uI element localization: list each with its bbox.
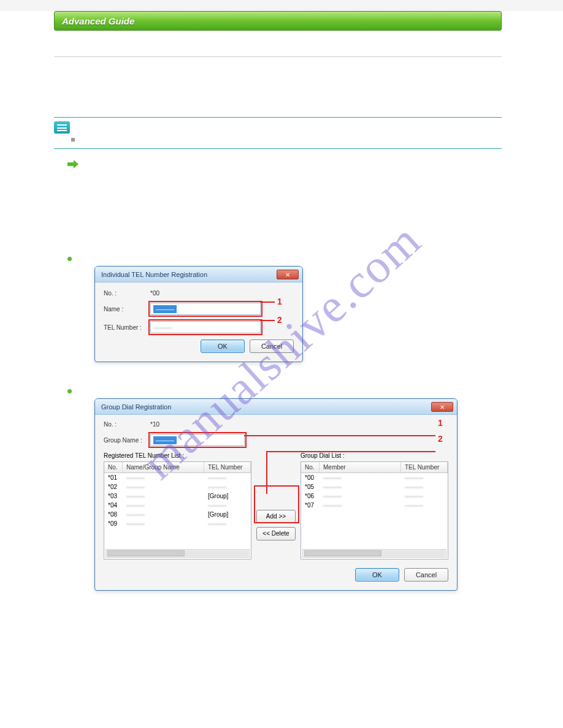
close-icon[interactable]	[277, 270, 299, 279]
cell-tel: ———	[401, 483, 448, 491]
tel-input[interactable]: ———	[150, 321, 261, 333]
cell-name: ———	[123, 510, 204, 518]
group-name-label: Group Name :	[104, 437, 150, 444]
cell-member: ———	[320, 483, 401, 491]
callout-line-1	[244, 435, 435, 436]
dialog-titlebar: Group Dial Registration	[95, 399, 457, 415]
bullet-square	[71, 138, 75, 142]
cell-tel: ———	[401, 492, 448, 500]
registered-list-label: Registered TEL Number List :	[104, 452, 251, 459]
cell-no: *05	[301, 483, 320, 491]
delete-button[interactable]: << Delete	[256, 527, 296, 540]
buttons-outline	[255, 487, 298, 522]
tel-label: TEL Number :	[104, 324, 150, 331]
cancel-button[interactable]: Cancel	[250, 339, 294, 353]
scrollbar[interactable]	[105, 549, 250, 558]
registered-tel-list[interactable]: No. Name/Group Name TEL Number *01——————…	[104, 461, 251, 559]
table-row[interactable]: *04——————	[104, 501, 251, 510]
callout-line-2a	[266, 451, 435, 452]
cell-name: ———	[123, 483, 204, 491]
cell-tel: ———	[204, 483, 251, 491]
dialog-title: Group Dial Registration	[101, 403, 431, 411]
guide-title: Advanced Guide	[62, 16, 134, 26]
action-step	[67, 160, 502, 169]
cell-no: *06	[301, 492, 320, 500]
scrollbar[interactable]	[302, 549, 446, 558]
note-callout	[54, 117, 502, 149]
cell-no: *09	[104, 520, 123, 528]
group-dial-list[interactable]: No. Member TEL Number *00——————*05——————…	[301, 461, 448, 559]
cell-no: *01	[104, 474, 123, 482]
cell-name: ———	[123, 501, 204, 509]
individual-tel-dialog: Individual TEL Number Registration No. :…	[94, 266, 303, 362]
cancel-button[interactable]: Cancel	[404, 568, 448, 582]
body-paragraph-1	[67, 180, 502, 204]
table-row[interactable]: *09——————	[104, 519, 251, 528]
col-no: No.	[104, 462, 123, 472]
table-row[interactable]: *07——————	[301, 501, 448, 510]
table-row[interactable]: *05——————	[301, 482, 448, 491]
arrow-icon	[67, 160, 79, 169]
col-no: No.	[301, 462, 320, 472]
cell-tel: ———	[401, 474, 448, 482]
no-label: No. :	[104, 290, 150, 297]
table-row[interactable]: *02——————	[104, 482, 251, 491]
note-icon	[54, 121, 70, 134]
table-row[interactable]: *08———[Group]	[104, 510, 251, 519]
callout-line-1	[260, 301, 275, 303]
callout-line-2b	[266, 451, 267, 494]
cell-member: ———	[320, 501, 401, 509]
table-row[interactable]: *03———[Group]	[104, 491, 251, 501]
cell-no: *08	[104, 510, 123, 518]
cell-tel: [Group]	[204, 492, 251, 500]
bullet-icon	[67, 257, 72, 261]
cell-tel: [Group]	[204, 510, 251, 518]
name-input[interactable]: ———	[150, 303, 261, 315]
cell-name: ———	[123, 474, 204, 482]
table-row[interactable]: *01——————	[104, 473, 251, 482]
group-dial-dialog: Group Dial Registration No. : *10 Group …	[94, 398, 458, 591]
callout-line-2	[260, 320, 275, 321]
table-row[interactable]: *06——————	[301, 491, 448, 501]
name-label: Name :	[104, 306, 150, 313]
ok-button[interactable]: OK	[201, 339, 245, 353]
cell-no: *00	[301, 474, 320, 482]
callout-2-group: 2	[438, 434, 443, 444]
cell-no: *03	[104, 492, 123, 500]
cell-no: *02	[104, 483, 123, 491]
bullet-icon	[67, 389, 72, 393]
callout-1-group: 1	[438, 418, 443, 428]
cell-name: ———	[123, 520, 204, 528]
cell-member: ———	[320, 492, 401, 500]
cell-tel: ———	[401, 501, 448, 509]
group-dial-list-label: Group Dial List :	[301, 452, 448, 459]
cell-member: ———	[320, 474, 401, 482]
group-name-input[interactable]: ———	[150, 434, 245, 446]
dialog-title: Individual TEL Number Registration	[101, 271, 277, 278]
cell-no: *07	[301, 501, 320, 509]
ok-button[interactable]: OK	[355, 568, 399, 582]
close-icon[interactable]	[431, 402, 453, 412]
col-name: Name/Group Name	[123, 462, 204, 472]
body-paragraph-3	[67, 229, 502, 247]
col-member: Member	[320, 462, 401, 472]
no-label: No. :	[104, 421, 150, 428]
callout-1: 1	[277, 297, 282, 306]
cell-tel: ———	[204, 520, 251, 528]
dialog-titlebar: Individual TEL Number Registration	[95, 267, 302, 282]
guide-header: Advanced Guide	[54, 11, 502, 31]
no-value: *10	[150, 421, 159, 428]
cell-no: *04	[104, 501, 123, 509]
col-tel: TEL Number	[204, 462, 251, 472]
callout-2: 2	[277, 315, 282, 325]
cell-tel: ———	[204, 474, 251, 482]
col-tel: TEL Number	[401, 462, 448, 472]
cell-name: ———	[123, 492, 204, 500]
cell-tel: ———	[204, 501, 251, 509]
no-value: *00	[150, 290, 159, 297]
divider	[54, 56, 502, 57]
body-paragraph-2	[67, 204, 502, 229]
table-row[interactable]: *00——————	[301, 473, 448, 482]
